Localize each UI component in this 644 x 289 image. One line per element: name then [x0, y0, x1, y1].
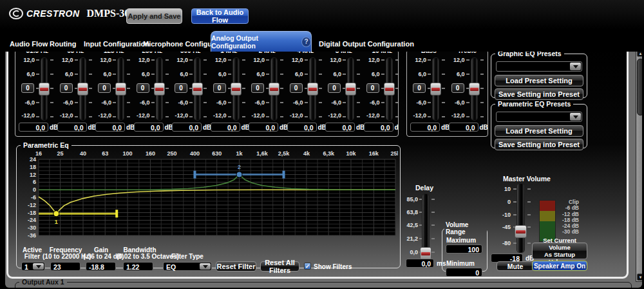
set-startup-volume-button[interactable]: Set Current Volume As Startup Volume: [532, 243, 587, 259]
scrollbar-up-icon[interactable]: ▲: [637, 52, 642, 57]
eq-slider-thumb[interactable]: [39, 83, 50, 95]
master-volume-slider-track[interactable]: [517, 184, 524, 252]
eq-zero-button[interactable]: 0: [328, 83, 341, 93]
eq-band-slider: 12,0 6,0 0 -6,0 -12,0: [18, 55, 57, 120]
tab-input-configuration[interactable]: Input Configuration: [84, 40, 149, 48]
back-to-audio-flow-button[interactable]: Back to Audio Flow: [191, 8, 249, 24]
eq-zero-button[interactable]: 0: [366, 83, 379, 93]
eq-slider-track[interactable]: [233, 58, 239, 120]
scrollbar-thumb[interactable]: [637, 59, 642, 115]
dropdown-arrow-icon[interactable]: [570, 113, 581, 121]
eq-value-box[interactable]: 0,0: [134, 123, 164, 132]
eq-zero-button[interactable]: 0: [413, 83, 426, 93]
eq-zero-button[interactable]: 0: [175, 83, 187, 93]
tab-audio-flow[interactable]: Audio Flow: [10, 40, 48, 48]
minimum-input[interactable]: 0: [446, 268, 482, 277]
eq-slider-thumb[interactable]: [77, 83, 88, 95]
active-filter-dropdown[interactable]: 1: [21, 262, 45, 271]
eq-value-box[interactable]: 0,0: [95, 123, 125, 132]
tone-value-box[interactable]: 0,0: [410, 123, 440, 132]
tab-routing[interactable]: Routing: [50, 40, 77, 48]
tab-digital-output-configuration[interactable]: Digital Output Configuration: [319, 40, 414, 48]
eq-value-box[interactable]: 0,0: [172, 123, 202, 132]
mute-button[interactable]: Mute: [497, 261, 534, 271]
eq-value-box[interactable]: 0,0: [19, 123, 48, 132]
gain-input[interactable]: -18.8: [86, 262, 116, 271]
eq-slider-track[interactable]: [348, 58, 354, 120]
dropdown-arrow-icon[interactable]: [200, 263, 211, 270]
filter-type-dropdown[interactable]: EQ: [163, 262, 212, 271]
eq-slider-thumb[interactable]: [307, 83, 318, 95]
eq-value-box[interactable]: 0,0: [249, 123, 278, 132]
eq-slider-thumb[interactable]: [192, 83, 203, 95]
frequency-input[interactable]: 23: [50, 262, 80, 271]
dropdown-arrow-icon[interactable]: [570, 63, 581, 70]
eq-zero-button[interactable]: 0: [21, 83, 34, 93]
tone-slider-thumb[interactable]: [469, 83, 480, 95]
scale-minus12-label: -12,0: [171, 112, 188, 119]
eq-value-box[interactable]: 0,0: [364, 123, 393, 132]
delay-value-box[interactable]: 0,0: [406, 259, 434, 268]
maximum-input[interactable]: 100: [446, 244, 482, 254]
scrollbar-down-icon[interactable]: ▼: [637, 274, 642, 281]
eq-zero-button[interactable]: 0: [251, 83, 264, 93]
eq-slider-thumb[interactable]: [345, 83, 356, 95]
save-setting-into-preset-button[interactable]: Save Setting into Preset: [495, 139, 583, 150]
show-filters-checkbox[interactable]: ✓: [304, 263, 311, 270]
delay-slider-track[interactable]: [422, 194, 429, 257]
eq-slider-track[interactable]: [386, 58, 392, 120]
bandwidth-input[interactable]: 1.22: [123, 262, 153, 271]
eq-zero-button[interactable]: 0: [60, 83, 73, 93]
svg-text:18: 18: [30, 164, 36, 170]
save-setting-into-preset-button[interactable]: Save Setting into Preset: [495, 88, 583, 100]
eq-value-box[interactable]: 0,0: [57, 123, 87, 132]
parametric-eq-chart[interactable]: 162540631001602504006301k1,6k2,5k4k6,3k1…: [19, 149, 398, 241]
eq-slider-track[interactable]: [118, 58, 124, 120]
eq-value-box[interactable]: 0,0: [211, 123, 240, 132]
tone-slider-thumb[interactable]: [430, 83, 441, 95]
tab-analog-output-configuration[interactable]: Analog Output Configuration ?: [211, 31, 312, 52]
eq-slider-thumb[interactable]: [115, 83, 126, 95]
eq-slider-track[interactable]: [194, 58, 200, 120]
reset-filter-button[interactable]: Reset Filter: [216, 261, 256, 272]
parametric-eq-preset-dropdown[interactable]: [496, 112, 582, 122]
eq-slider-track[interactable]: [271, 58, 277, 120]
eq-slider-track[interactable]: [80, 58, 86, 120]
tone-slider-track[interactable]: [433, 58, 439, 120]
eq-slider-thumb[interactable]: [384, 83, 395, 95]
scale-minus6-label: -6,0: [95, 99, 111, 106]
speaker-amp-on-button[interactable]: Speaker Amp On: [532, 261, 587, 271]
eq-slider-track[interactable]: [41, 58, 47, 120]
dropdown-arrow-icon[interactable]: [33, 263, 44, 270]
apply-and-save-button[interactable]: Apply and Save: [126, 8, 182, 24]
load-preset-setting-button[interactable]: Load Preset Setting: [495, 125, 583, 137]
tick-marks: [75, 59, 78, 61]
eq-zero-button[interactable]: 0: [213, 83, 226, 93]
eq-slider-track[interactable]: [156, 58, 162, 120]
tone-value-box[interactable]: 0,0: [449, 123, 478, 132]
delay-slider-thumb[interactable]: [420, 247, 431, 260]
help-icon[interactable]: ?: [301, 37, 311, 47]
eq-zero-button[interactable]: 0: [290, 83, 303, 93]
scale-plus6-label: 6,0: [95, 71, 111, 77]
tone-slider-track[interactable]: [471, 58, 477, 120]
scale-plus6-label: 6,0: [325, 71, 341, 77]
eq-zero-button[interactable]: 0: [451, 83, 464, 93]
brand-name: CRESTRON: [26, 8, 80, 19]
vertical-scrollbar[interactable]: ▲ ▼: [636, 52, 642, 282]
eq-slider-thumb[interactable]: [154, 83, 165, 95]
eq-slider-thumb[interactable]: [231, 83, 242, 95]
parametric-eq-chart-area: 162540631001602504006301k1,6k2,5k4k6,3k1…: [19, 149, 398, 241]
eq-zero-button[interactable]: 0: [137, 83, 149, 93]
eq-band-slider: 12,0 6,0 0 -6,0 -12,0: [133, 55, 172, 120]
eq-zero-button[interactable]: 0: [98, 83, 111, 93]
scale-minus6-label: -6,0: [248, 99, 265, 106]
load-preset-setting-button[interactable]: Load Preset Setting: [495, 75, 583, 86]
graphic-eq-preset-dropdown[interactable]: [496, 61, 582, 72]
eq-value-box[interactable]: 0,0: [325, 123, 355, 132]
reset-all-filters-button[interactable]: Reset All Filters: [260, 261, 299, 272]
master-volume-slider-thumb[interactable]: [515, 225, 527, 238]
eq-slider-thumb[interactable]: [269, 83, 279, 95]
eq-value-box[interactable]: 0,0: [287, 123, 317, 132]
eq-slider-track[interactable]: [310, 58, 316, 120]
